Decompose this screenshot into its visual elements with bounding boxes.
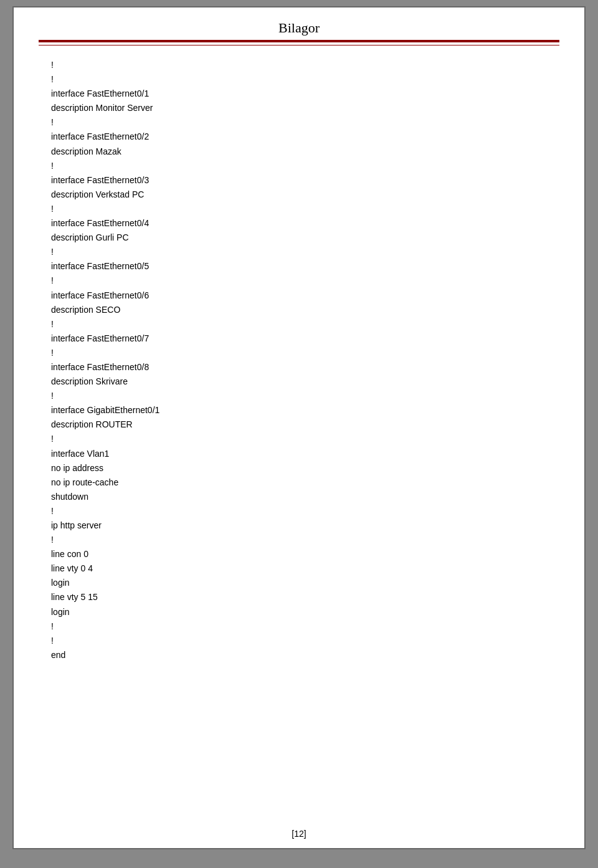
code-block: ! ! interface FastEthernet0/1 descriptio… xyxy=(51,58,547,662)
page-title: Bilagor xyxy=(39,20,559,36)
page-footer: [12] xyxy=(14,823,584,848)
page-header: Bilagor xyxy=(14,7,584,45)
page: Bilagor ! ! interface FastEthernet0/1 de… xyxy=(12,6,586,849)
page-number: [12] xyxy=(292,829,306,839)
header-line-thick xyxy=(39,40,559,42)
page-content: ! ! interface FastEthernet0/1 descriptio… xyxy=(14,45,584,823)
